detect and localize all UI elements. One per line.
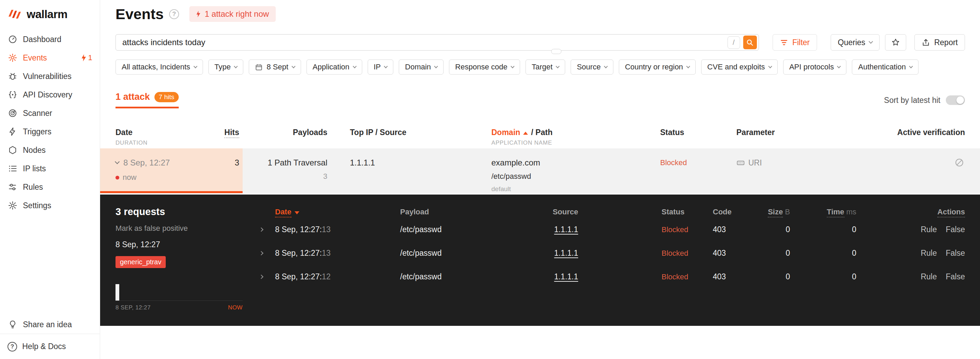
column-header-size[interactable]: Size B [747, 207, 790, 216]
false-action-link[interactable]: False [946, 249, 965, 258]
filter-chip-target[interactable]: Target [525, 59, 565, 75]
sidebar-item-label: Rules [23, 183, 43, 192]
queries-button[interactable]: Queries [830, 34, 880, 51]
payload-type[interactable]: 1 Path Traversal [239, 158, 327, 168]
filter-chip-api-protocols[interactable]: API protocols [783, 59, 847, 75]
column-header-time[interactable]: Time ms [790, 207, 856, 216]
request-row[interactable]: 8 Sep, 12:27:12 /etc/passwd 1.1.1.1 Bloc… [260, 265, 965, 289]
query-collapse-handle[interactable] [551, 49, 562, 54]
main-content: Events ? 1 attack right now / Filter Que… [100, 0, 980, 359]
filter-chip-domain[interactable]: Domain [399, 59, 444, 75]
help-icon[interactable]: ? [169, 9, 179, 19]
filter-button[interactable]: Filter [773, 34, 817, 51]
sidebar-item-api-discovery[interactable]: API Discovery [0, 86, 100, 104]
source-ip-link[interactable]: 1.1.1.1 [554, 225, 578, 234]
lightbulb-icon [8, 319, 18, 330]
search-button[interactable] [743, 35, 757, 49]
attacks-tab[interactable]: 1 attack 7 hits [116, 92, 179, 108]
column-header-hits[interactable]: Hits [208, 128, 239, 137]
sidebar-nav: Dashboard Events 1 Vulnerabilities [0, 29, 100, 315]
filter-chip-type[interactable]: Type [208, 59, 243, 75]
sidebar-item-scanner[interactable]: Scanner [0, 104, 100, 123]
sidebar-item-rules[interactable]: Rules [0, 178, 100, 196]
share-idea-label: Share an idea [23, 320, 72, 329]
attack-type-tag[interactable]: generic_ptrav [116, 256, 166, 268]
filter-chip-authentication[interactable]: Authentication [852, 59, 918, 75]
parameter-value: URI [748, 158, 762, 168]
queries-button-label: Queries [838, 38, 865, 47]
filter-chip-date[interactable]: 8 Sept [249, 59, 301, 75]
bolt-icon [81, 54, 86, 62]
sort-label: Sort by latest hit [884, 96, 940, 105]
sidebar-item-events[interactable]: Events 1 [0, 49, 100, 67]
help-docs-label: Help & Docs [22, 342, 66, 351]
filter-chip-source[interactable]: Source [571, 59, 613, 75]
filter-chip-response-code[interactable]: Response code [449, 59, 520, 75]
filters-row: All attacks, Incidents Type 8 Sept Appli… [116, 59, 965, 75]
column-header-actions: Actions [856, 207, 965, 216]
sidebar-item-vulnerabilities[interactable]: Vulnerabilities [0, 67, 100, 86]
filter-chip-application[interactable]: Application [307, 59, 362, 75]
braces-icon [8, 89, 18, 100]
request-status: Blocked [662, 249, 713, 258]
cell-top-ip[interactable]: 1.1.1.1 [327, 158, 492, 168]
column-header-domain[interactable]: Domain/ Path APPLICATION NAME [492, 128, 660, 146]
sidebar-item-label: Dashboard [23, 35, 62, 44]
search-input[interactable] [116, 38, 727, 47]
chevron-down-icon [353, 64, 356, 68]
filter-chip-country[interactable]: Country or region [619, 59, 696, 75]
wallarm-logo-icon [8, 8, 22, 20]
wallarm-logo[interactable]: wallarm [0, 0, 100, 29]
sidebar-item-ip-lists[interactable]: IP lists [0, 160, 100, 178]
cell-active-verification[interactable] [873, 158, 965, 168]
request-row[interactable]: 8 Sep, 12:27:13 /etc/passwd 1.1.1.1 Bloc… [260, 241, 965, 265]
false-action-link[interactable]: False [946, 272, 965, 281]
sidebar-item-label: Events [23, 53, 47, 62]
requests-count: 3 requests [116, 206, 260, 217]
filter-chip-ip[interactable]: IP [368, 59, 394, 75]
sidebar-item-dashboard[interactable]: Dashboard [0, 30, 100, 49]
export-icon [921, 38, 930, 47]
calendar-icon [255, 63, 263, 71]
source-ip-link[interactable]: 1.1.1.1 [554, 249, 578, 257]
chevron-right-icon[interactable] [259, 227, 264, 232]
favorites-button[interactable] [885, 34, 906, 51]
mark-false-positive-link[interactable]: Mark as false positive [116, 224, 260, 233]
request-row[interactable]: 8 Sep, 12:27:13 /etc/passwd 1.1.1.1 Bloc… [260, 218, 965, 241]
attack-row[interactable]: 8 Sep, 12:27 now 3 1 Path Traversal 3 1.… [100, 148, 980, 193]
false-action-link[interactable]: False [946, 225, 965, 234]
share-idea-button[interactable]: Share an idea [0, 315, 100, 334]
filter-chip-mode[interactable]: All attacks, Incidents [116, 59, 203, 75]
chevron-right-icon[interactable] [259, 251, 264, 255]
list-icon [8, 163, 18, 174]
help-docs-button[interactable]: ? Help & Docs [0, 334, 100, 359]
column-header-request-date[interactable]: Date [275, 207, 400, 216]
attack-domain[interactable]: example.com [492, 158, 660, 168]
rule-action-link[interactable]: Rule [921, 249, 937, 258]
rule-action-link[interactable]: Rule [921, 225, 937, 234]
sort-toggle[interactable] [946, 96, 965, 105]
sidebar-item-settings[interactable]: Settings [0, 196, 100, 215]
sidebar-item-triggers[interactable]: Triggers [0, 123, 100, 141]
column-header-payload: Payload [400, 207, 495, 216]
request-time-ms: 0 [790, 225, 856, 234]
report-button-label: Report [934, 38, 958, 47]
live-dot-icon [116, 176, 119, 180]
request-payload: /etc/passwd [400, 225, 495, 234]
live-attack-badge[interactable]: 1 attack right now [189, 6, 276, 22]
question-circle-icon: ? [8, 342, 17, 351]
filter-chip-cve[interactable]: CVE and exploits [701, 59, 778, 75]
request-time-ms: 0 [790, 272, 856, 281]
report-button[interactable]: Report [915, 34, 965, 51]
chevron-down-icon[interactable] [115, 160, 119, 164]
column-header-top-ip: Top IP / Source [327, 128, 492, 137]
timeline-start-label: 8 SEP, 12:27 [116, 304, 151, 311]
chevron-right-icon[interactable] [259, 274, 264, 279]
bug-icon [8, 71, 18, 81]
live-attack-badge-label: 1 attack right now [205, 9, 269, 19]
request-size: 0 [747, 272, 790, 281]
rule-action-link[interactable]: Rule [921, 272, 937, 281]
events-attack-count-badge: 1 [81, 53, 92, 62]
source-ip-link[interactable]: 1.1.1.1 [554, 272, 578, 281]
sidebar-item-nodes[interactable]: Nodes [0, 141, 100, 160]
